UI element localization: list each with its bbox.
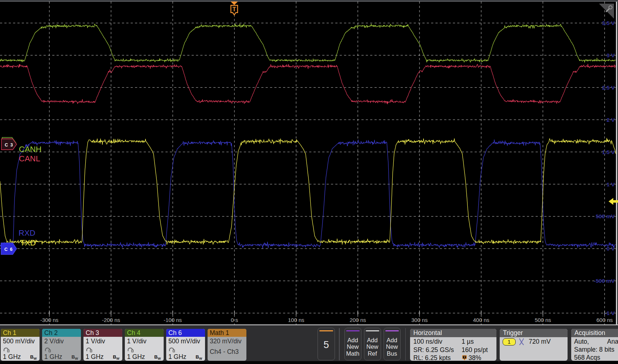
svg-text:CANL: CANL (19, 154, 40, 163)
svg-text:500 ns: 500 ns (535, 317, 551, 323)
svg-text:1 V: 1 V (606, 181, 615, 187)
svg-text:3 V: 3 V (606, 52, 615, 58)
svg-text:T: T (233, 6, 236, 12)
svg-text:CANH: CANH (19, 145, 41, 154)
svg-text:-500 mV: -500 mV (594, 278, 615, 284)
svg-text:TXD: TXD (20, 238, 36, 247)
svg-text:-100 ns: -100 ns (164, 317, 182, 323)
svg-text:C 3: C 3 (5, 142, 13, 148)
svg-text:200 ns: 200 ns (349, 317, 366, 323)
svg-text:C 6: C 6 (4, 247, 13, 252)
svg-text:2 V: 2 V (606, 117, 615, 123)
svg-text:400 ns: 400 ns (473, 317, 489, 323)
svg-text:600 ns: 600 ns (596, 317, 613, 323)
svg-text:0 s: 0 s (231, 317, 238, 323)
svg-text:-300 ns: -300 ns (40, 317, 58, 323)
svg-text:T: T (463, 356, 466, 359)
svg-text:-200 ns: -200 ns (102, 317, 120, 323)
svg-text:300 ns: 300 ns (411, 317, 427, 323)
svg-text:3.5 V: 3.5 V (602, 20, 615, 26)
svg-text:-1 V: -1 V (605, 310, 615, 316)
svg-text:500 mV: 500 mV (596, 213, 615, 219)
svg-text:1.5 V: 1.5 V (602, 149, 615, 155)
svg-text:RXD: RXD (19, 228, 35, 237)
svg-text:2.5 V: 2.5 V (602, 84, 615, 91)
svg-text:100 ns: 100 ns (288, 317, 304, 323)
